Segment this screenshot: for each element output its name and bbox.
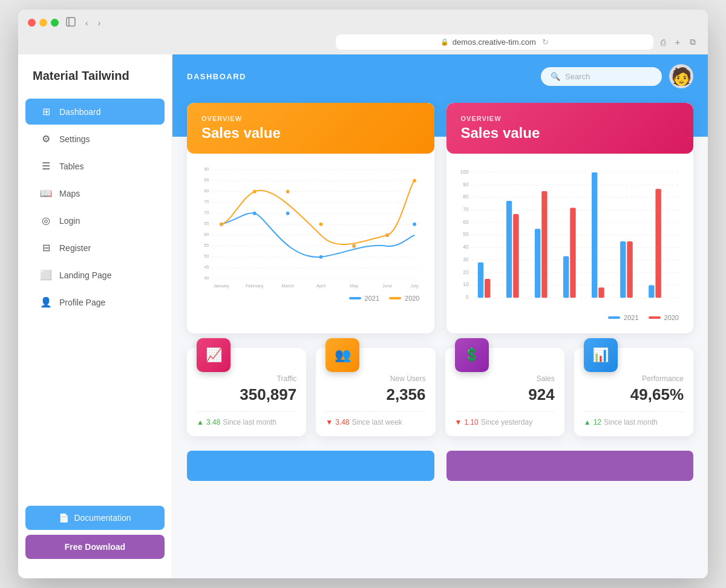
sidebar-icon-login: ◎ bbox=[40, 215, 52, 226]
page-title: DASHBOARD bbox=[187, 72, 246, 81]
svg-text:June: June bbox=[382, 283, 392, 289]
bar bbox=[477, 263, 483, 298]
bar bbox=[649, 285, 654, 298]
cards-area: OVERVIEW Sales value 40 45 50 55 bbox=[172, 103, 708, 578]
bar bbox=[541, 191, 547, 298]
svg-text:80: 80 bbox=[204, 188, 209, 194]
users-footer: ▼ 3.48 Since last week bbox=[325, 411, 425, 426]
sidebar-toggle-button[interactable] bbox=[64, 16, 78, 30]
sales-value: 924 bbox=[455, 385, 555, 404]
sidebar-item-settings[interactable]: ⚙ Settings bbox=[25, 126, 165, 152]
sidebar-icon-settings: ⚙ bbox=[40, 133, 52, 145]
bar-legend-label-2020: 2020 bbox=[664, 314, 679, 321]
dot bbox=[413, 179, 416, 183]
users-icon-box: 👥 bbox=[325, 338, 359, 372]
bottom-blue-button[interactable] bbox=[187, 451, 434, 481]
sidebar-label-settings: Settings bbox=[59, 134, 90, 144]
share-button[interactable]: ⎙ bbox=[658, 36, 668, 48]
doc-icon: 📄 bbox=[59, 513, 69, 523]
bar-legend-2020: 2020 bbox=[649, 314, 679, 321]
sidebar-item-profile[interactable]: 👤 Profile Page bbox=[25, 289, 165, 315]
bottom-btn-row bbox=[187, 451, 693, 481]
svg-text:70: 70 bbox=[204, 210, 209, 215]
dot bbox=[319, 223, 323, 226]
stat-card-users: 👥 New Users 2,356 ▼ 3.48 Since last week bbox=[316, 348, 435, 436]
svg-text:100: 100 bbox=[460, 169, 468, 175]
dot bbox=[319, 255, 323, 259]
avatar[interactable]: 🧑 bbox=[669, 64, 693, 88]
y-axis: 40 45 50 55 60 65 70 75 80 85 bbox=[204, 166, 209, 281]
sidebar-item-login[interactable]: ◎ Login bbox=[25, 207, 165, 234]
bar-chart-svg: 0 10 20 30 40 50 60 70 80 90 bbox=[456, 163, 684, 312]
legend-color-orange bbox=[389, 297, 401, 299]
bar-y-axis: 0 10 20 30 40 50 60 70 80 90 bbox=[460, 169, 468, 300]
tab-overview-button[interactable]: ⧉ bbox=[687, 36, 698, 48]
bar bbox=[534, 229, 540, 298]
sidebar: Material Tailwind ⊞ Dashboard ⚙ Settings… bbox=[18, 54, 172, 578]
sales-content: Sales 924 bbox=[455, 374, 555, 404]
bottom-purple-button[interactable] bbox=[446, 451, 694, 481]
chart-row: OVERVIEW Sales value 40 45 50 55 bbox=[187, 103, 693, 333]
bar-chart-legend: 2021 2020 bbox=[456, 314, 684, 324]
svg-text:90: 90 bbox=[463, 181, 469, 188]
traffic-trend-text: Since last month bbox=[223, 418, 276, 426]
bar-chart-body: 0 10 20 30 40 50 60 70 80 90 bbox=[446, 154, 694, 333]
sales-trend-arrow: ▼ bbox=[455, 418, 462, 426]
maximize-button[interactable] bbox=[51, 19, 59, 27]
svg-text:80: 80 bbox=[463, 194, 469, 200]
bar-legend-label-2021: 2021 bbox=[624, 314, 638, 321]
stats-row: 📈 Traffic 350,897 ▲ 3.48 Since last mont… bbox=[187, 348, 693, 436]
sidebar-label-landing: Landing Page bbox=[59, 270, 111, 280]
bar-chart-label: OVERVIEW bbox=[461, 115, 679, 122]
svg-text:0: 0 bbox=[465, 294, 468, 300]
lock-icon: 🔒 bbox=[440, 38, 449, 46]
minimize-button[interactable] bbox=[39, 19, 47, 27]
svg-text:July: July bbox=[411, 283, 419, 289]
svg-rect-0 bbox=[67, 18, 75, 26]
sidebar-icon-maps: 📖 bbox=[40, 188, 52, 199]
main-content: DASHBOARD 🔍 Search 🧑 bbox=[172, 54, 708, 578]
documentation-button[interactable]: 📄 Documentation bbox=[25, 506, 165, 530]
performance-value: 49,65% bbox=[584, 385, 684, 404]
sidebar-item-maps[interactable]: 📖 Maps bbox=[25, 180, 165, 206]
free-download-button[interactable]: Free Download bbox=[25, 535, 165, 559]
traffic-label: Traffic bbox=[197, 374, 296, 383]
dot bbox=[286, 212, 290, 215]
legend-2021: 2021 bbox=[349, 295, 379, 302]
close-button[interactable] bbox=[28, 19, 36, 27]
dot bbox=[253, 212, 257, 215]
svg-text:50: 50 bbox=[204, 253, 209, 259]
svg-text:90: 90 bbox=[204, 166, 209, 172]
svg-text:70: 70 bbox=[463, 206, 469, 212]
sidebar-item-dashboard[interactable]: ⊞ Dashboard bbox=[25, 99, 165, 125]
svg-text:May: May bbox=[350, 283, 358, 289]
legend-2020: 2020 bbox=[389, 295, 419, 302]
sidebar-bottom: 📄 Documentation Free Download bbox=[18, 496, 172, 569]
forward-button[interactable]: › bbox=[96, 17, 103, 29]
sidebar-item-landing[interactable]: ⬜ Landing Page bbox=[25, 262, 165, 288]
dot bbox=[413, 223, 416, 226]
svg-text:65: 65 bbox=[204, 221, 209, 226]
header-right: 🔍 Search 🧑 bbox=[541, 64, 693, 88]
users-value: 2,356 bbox=[325, 385, 425, 404]
svg-text:75: 75 bbox=[204, 199, 209, 204]
sidebar-item-register[interactable]: ⊟ Register bbox=[25, 235, 165, 261]
sidebar-label-dashboard: Dashboard bbox=[59, 107, 101, 117]
new-tab-button[interactable]: + bbox=[673, 36, 682, 48]
traffic-value: 350,897 bbox=[197, 385, 296, 404]
bar-legend-color-blue bbox=[608, 316, 620, 319]
users-trend-value: 3.48 bbox=[335, 418, 349, 426]
address-bar[interactable]: 🔒 demos.creative-tim.com ↻ bbox=[336, 34, 653, 50]
back-button[interactable]: ‹ bbox=[83, 17, 91, 29]
dot bbox=[286, 190, 290, 194]
line-chart-card: OVERVIEW Sales value 40 45 50 55 bbox=[187, 103, 434, 333]
sidebar-icon-landing: ⬜ bbox=[40, 269, 52, 281]
line-chart-title: Sales value bbox=[201, 125, 420, 142]
bar bbox=[620, 241, 626, 298]
performance-trend-arrow: ▲ bbox=[584, 418, 591, 426]
svg-text:45: 45 bbox=[204, 264, 209, 270]
bar-grid bbox=[471, 172, 681, 298]
sidebar-item-tables[interactable]: ☰ Tables bbox=[25, 153, 165, 179]
bar bbox=[598, 287, 604, 298]
search-bar[interactable]: 🔍 Search bbox=[541, 67, 662, 86]
